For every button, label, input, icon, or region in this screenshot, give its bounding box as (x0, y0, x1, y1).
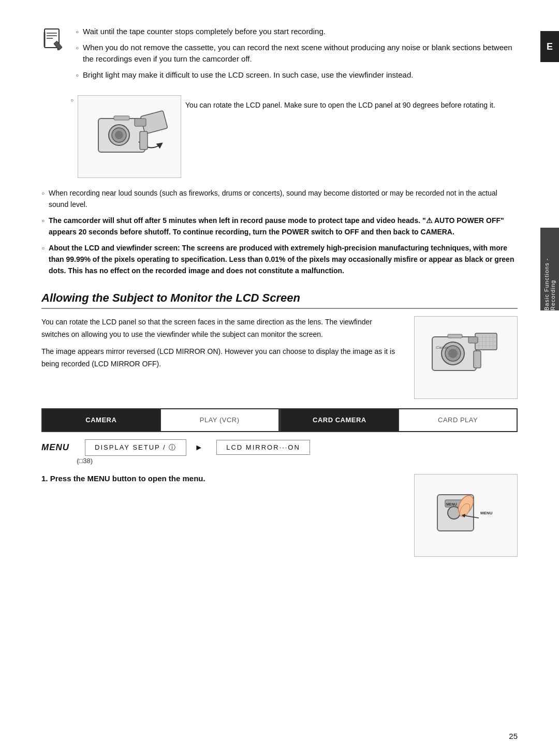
svg-text:MENU: MENU (480, 511, 493, 515)
menu-label: MENU (41, 442, 69, 453)
svg-text:Canon: Canon (436, 345, 448, 350)
menu-ref: (□38) (77, 457, 93, 465)
menu-path: DISPLAY SETUP / ⓘ (85, 439, 186, 456)
camera-lcd-rotate-image (78, 95, 181, 178)
note-section: ○ Wait until the tape counter stops comp… (41, 26, 518, 85)
lcd-camera-svg: Canon (424, 324, 507, 391)
bold-notes: ○ When recording near loud sounds (such … (41, 187, 518, 277)
note-bullet-2: ○ When you do not remove the cassette, y… (76, 42, 518, 65)
note-bullet-3: ○ Bright light may make it difficult to … (76, 69, 518, 81)
lcd-section: You can rotate the LCD panel so that the… (41, 316, 518, 399)
svg-rect-29 (448, 334, 462, 338)
svg-point-10 (115, 131, 123, 139)
step-section: 1. Press the MENU button to open the men… (41, 474, 518, 557)
mode-camera[interactable]: CAMERA (42, 409, 161, 431)
section-heading: Allowing the Subject to Monitor the LCD … (41, 291, 518, 309)
side-tab-e: E (540, 31, 559, 62)
bold-note-2-text: The camcorder will shut off after 5 minu… (49, 215, 518, 238)
note-icon (41, 27, 66, 52)
notebook-pencil-icon (41, 27, 66, 52)
page-container: E Basic Functions - Recording ○ Wait unt… (0, 0, 559, 756)
svg-rect-28 (468, 337, 478, 343)
bold-note-1: ○ When recording near loud sounds (such … (41, 187, 518, 211)
menu-button-svg: MENU MENU (435, 490, 497, 541)
lcd-description: You can rotate the LCD panel so that the… (41, 316, 402, 399)
side-tab-recording: Basic Functions - Recording (540, 228, 559, 310)
step-heading: 1. Press the MENU button to open the men… (41, 474, 402, 483)
menu-arrow: ► (195, 443, 203, 452)
lcd-rotate-camera-svg (88, 103, 171, 170)
svg-rect-13 (114, 116, 129, 120)
image-caption: You can rotate the LCD panel. Make sure … (185, 95, 495, 111)
image-row: ○ (70, 95, 518, 178)
note-bullets: ○ Wait until the tape counter stops comp… (76, 26, 518, 85)
page-number: 25 (509, 732, 518, 740)
bold-note-2: ○ The camcorder will shut off after 5 mi… (41, 215, 518, 238)
lcd-camera-image: Canon (414, 316, 518, 399)
svg-rect-14 (140, 131, 148, 150)
mode-play-vcr[interactable]: PLAY (VCR) (161, 409, 280, 431)
svg-point-18 (448, 349, 458, 358)
svg-rect-30 (474, 351, 481, 368)
menu-path-result: LCD MIRROR···ON (216, 440, 310, 455)
bold-note-3: ○ About the LCD and viewfinder screen: T… (41, 242, 518, 277)
step-menu-image: MENU MENU (414, 474, 518, 557)
mode-card-play[interactable]: CARD PLAY (399, 409, 517, 431)
note-bullet-1: ○ Wait until the tape counter stops comp… (76, 26, 518, 38)
mode-card-camera[interactable]: CARD CAMERA (281, 409, 400, 431)
svg-rect-12 (135, 118, 146, 126)
step-instruction: 1. Press the MENU button to open the men… (41, 474, 402, 483)
menu-section: MENU DISPLAY SETUP / ⓘ ► LCD MIRROR···ON… (41, 439, 518, 465)
svg-text:MENU: MENU (446, 502, 457, 506)
mode-bar: CAMERA PLAY (VCR) CARD CAMERA CARD PLAY (41, 408, 518, 432)
lcd-para-1: You can rotate the LCD panel so that the… (41, 316, 402, 341)
lcd-para-2: The image appears mirror reversed (LCD M… (41, 346, 402, 370)
